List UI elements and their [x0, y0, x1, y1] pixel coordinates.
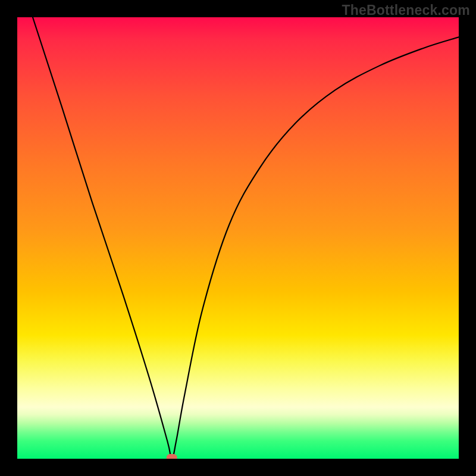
bottleneck-curve: [17, 17, 459, 459]
marker-icon: [167, 454, 177, 459]
curve-path: [17, 17, 459, 459]
watermark-label: TheBottleneck.com: [342, 2, 470, 18]
plot-area: [17, 17, 459, 459]
outer-frame: TheBottleneck.com: [0, 0, 476, 476]
